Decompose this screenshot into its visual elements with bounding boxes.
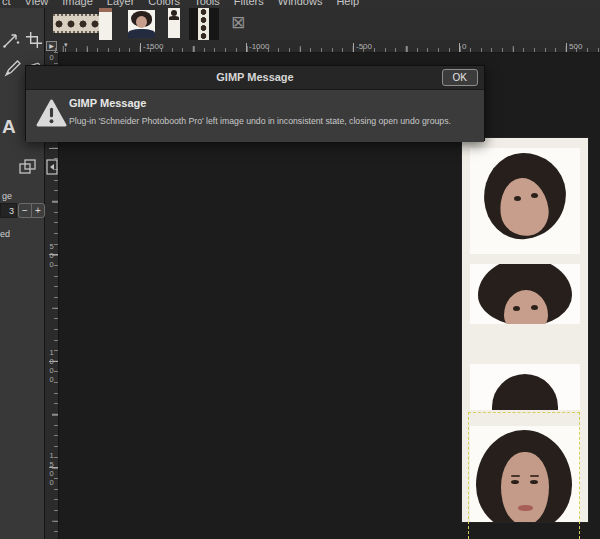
crop-tool-icon[interactable]: [25, 31, 43, 49]
gimp-message-dialog: GIMP Message OK GIMP Message Plug-in 'Sc…: [25, 65, 485, 141]
tab-narrow-strip[interactable]: [168, 8, 180, 38]
thumb-face-shape: [136, 16, 147, 28]
ruler-major-tick: [459, 43, 460, 52]
spin-value-field[interactable]: 3: [0, 203, 17, 218]
tab-blank-strip[interactable]: [99, 7, 112, 40]
move-tool-icon[interactable]: [1, 30, 21, 50]
photo-eye-shape: [514, 196, 521, 201]
ruler-label: -1000: [249, 42, 269, 51]
spin-decrement-button[interactable]: −: [18, 203, 32, 218]
selection-marching-ants[interactable]: [468, 412, 580, 539]
tool-option-label-bottom: ed: [0, 229, 10, 239]
ruler-label: 500: [47, 242, 55, 269]
tool-option-label-top: ge: [2, 191, 12, 201]
dialog-title: GIMP Message: [26, 66, 484, 89]
thumb-shirt-shape: [128, 29, 155, 38]
ok-button[interactable]: OK: [442, 69, 478, 86]
closed-image-box-icon[interactable]: ⊠: [227, 12, 249, 34]
ruler-label: 1500: [47, 451, 55, 487]
dialog-heading: GIMP Message: [69, 97, 146, 109]
ruler-major-tick: [140, 43, 141, 52]
warning-triangle-icon: [36, 99, 67, 128]
menu-bar: ct View Image Layer Colors Tools Filters…: [0, 0, 600, 8]
photo-frame-1: [470, 148, 580, 254]
photo-hair-shape: [492, 374, 558, 410]
gimp-window: ct View Image Layer Colors Tools Filters…: [0, 0, 600, 539]
paintbrush-tool-icon[interactable]: [3, 58, 23, 78]
menu-item-colors[interactable]: Colors: [148, 0, 180, 7]
photo-eye-shape: [531, 305, 538, 310]
ruler-major-tick: [246, 43, 247, 52]
menu-item-image[interactable]: Image: [62, 0, 93, 7]
dock-arrow-icon[interactable]: [46, 159, 58, 175]
photo-eye-shape: [513, 306, 520, 311]
ruler-medium-ticks: [44, 46, 600, 52]
photo-frame-2: [470, 264, 580, 324]
ruler-label: 500: [569, 42, 582, 51]
thumb-shoulders-shape: [169, 16, 179, 20]
menu-item-layer[interactable]: Layer: [107, 0, 135, 7]
dialog-message: Plug-in 'Schneider Photobooth Pro' left …: [69, 116, 451, 126]
ruler-major-tick: [566, 43, 567, 52]
duplicate-icon[interactable]: [18, 158, 38, 176]
ruler-label: -1500: [143, 42, 163, 51]
dialog-title-bar[interactable]: GIMP Message OK: [26, 66, 484, 90]
image-tab-bar: ⊠: [44, 8, 600, 41]
text-tool-icon[interactable]: A: [2, 116, 16, 138]
ruler-major-tick: [49, 148, 58, 149]
menu-item-windows[interactable]: Windows: [278, 0, 323, 7]
menu-item-filters[interactable]: Filters: [234, 0, 264, 7]
menu-items: ct View Image Layer Colors Tools Filters…: [2, 0, 600, 7]
menu-item-view[interactable]: View: [25, 0, 49, 7]
thumb-vertical-strip: [198, 8, 209, 40]
ruler-label: -500: [356, 42, 372, 51]
tab-photobooth-strip-horizontal[interactable]: [53, 14, 103, 33]
ruler-major-tick: [353, 43, 354, 52]
photo-frame-3: [470, 364, 580, 410]
menu-item-help[interactable]: Help: [336, 0, 359, 7]
dialog-body: GIMP Message Plug-in 'Schneider Photoboo…: [26, 90, 484, 142]
horizontal-ruler[interactable]: ▶ ▾ -1500 -1000 -500 0 500: [44, 40, 600, 53]
menu-item-tools[interactable]: Tools: [194, 0, 220, 7]
ruler-label: 0: [462, 42, 466, 51]
tab-strip-on-dark[interactable]: [189, 8, 219, 40]
spin-increment-button[interactable]: +: [31, 203, 45, 218]
ruler-label: 0: [47, 53, 55, 62]
tab-portrait-photo[interactable]: [128, 10, 155, 38]
ruler-label: 1000: [47, 348, 55, 384]
menu-item-select-partial[interactable]: ct: [2, 0, 11, 7]
photo-eye-shape: [531, 193, 538, 198]
